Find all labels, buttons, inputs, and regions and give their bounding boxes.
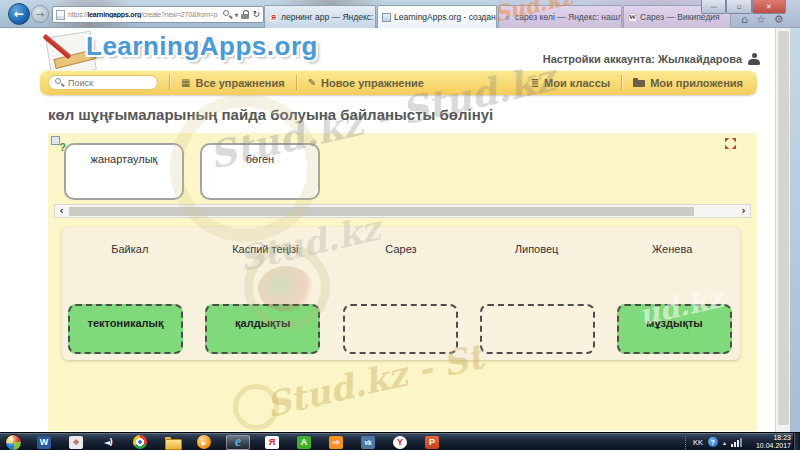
chrome-icon[interactable] xyxy=(130,435,150,450)
start-button[interactable] xyxy=(5,434,22,450)
category-label: Липовец xyxy=(469,243,605,255)
account-settings-link[interactable]: Настройки аккаунта: Жылкайдарова xyxy=(440,53,760,65)
language-indicator[interactable]: KK xyxy=(693,438,703,447)
scroll-left-icon[interactable]: ‹ xyxy=(55,205,68,217)
window-controls: — ▫ ✕ xyxy=(701,0,786,14)
media-player-icon[interactable]: ▶ xyxy=(194,435,214,450)
tab-bar: Я лернинг арр — Яндекс: нашл... Learning… xyxy=(264,5,731,28)
main-navigation: ▦ Все упражнения ✎ Новое упражнение ≣ Мо… xyxy=(40,70,757,95)
site-logo[interactable]: LearningApps.org xyxy=(86,31,318,62)
horizontal-scrollbar[interactable]: ‹ › xyxy=(54,204,751,218)
nav-my-apps[interactable]: Мои приложения xyxy=(633,77,743,89)
nav-label: Новое упражнение xyxy=(321,77,424,89)
forward-button[interactable]: → xyxy=(31,5,49,23)
internet-explorer-icon[interactable]: e xyxy=(226,435,250,450)
answer-slot[interactable] xyxy=(480,304,595,354)
divider xyxy=(169,75,170,90)
nav-new-exercise[interactable]: ✎ Новое упражнение xyxy=(308,77,424,89)
url-text: https://learningapps.org/create?new=270&… xyxy=(68,11,220,18)
scroll-right-icon[interactable]: › xyxy=(737,205,750,217)
show-desktop-button[interactable] xyxy=(793,433,800,450)
scrollbar-thumb[interactable] xyxy=(778,31,789,425)
learningapps-favicon xyxy=(382,13,391,22)
user-icon xyxy=(748,53,760,65)
answer-slot[interactable]: қалдықты xyxy=(205,304,320,354)
scrollbar-thumb[interactable] xyxy=(69,207,694,216)
category-row: Байкал Каспий теңізі Сарез Липовец Женев… xyxy=(62,227,740,255)
category-label: Женева xyxy=(604,243,740,255)
maximize-button[interactable]: ▫ xyxy=(726,0,752,14)
yandex-icon[interactable]: Я xyxy=(262,435,282,450)
hidden-icons-arrow[interactable]: ▴ xyxy=(723,439,726,446)
fullscreen-icon[interactable] xyxy=(724,136,737,149)
back-button[interactable]: ← xyxy=(8,3,30,25)
list-icon: ≣ xyxy=(531,77,539,88)
draggable-card[interactable]: бөген xyxy=(200,143,320,200)
folder-icon xyxy=(633,78,645,87)
clock[interactable]: 18:23 10.04.2017 xyxy=(756,434,791,450)
nav-label: Мои приложения xyxy=(650,77,743,89)
tab-label: LearningApps.org - создан... xyxy=(394,12,497,22)
date: 10.04.2017 xyxy=(756,442,791,450)
tab-learningapps[interactable]: LearningApps.org - создан... × xyxy=(377,5,497,28)
exercise-frame: ? жанартаулық бөген ‹ › Байкал Каспий те… xyxy=(48,133,757,431)
answer-row: тектоникалық қалдықты мұздықты xyxy=(68,304,732,354)
divider xyxy=(296,75,297,90)
search-icon xyxy=(55,78,64,87)
tray-grip xyxy=(685,436,688,449)
tab-yandex-search-2[interactable]: e сарез көлі — Яндекс: нашлос... xyxy=(498,5,622,28)
page-icon xyxy=(56,10,65,20)
tab-label: лернинг арр — Яндекс: нашл... xyxy=(281,12,376,22)
nav-all-exercises[interactable]: ▦ Все упражнения xyxy=(181,77,285,89)
address-bar[interactable]: https://learningapps.org/create?new=270&… xyxy=(52,6,264,23)
time: 18:23 xyxy=(756,434,791,442)
category-label: Байкал xyxy=(62,243,198,255)
matching-panel: Байкал Каспий теңізі Сарез Липовец Женев… xyxy=(62,227,740,360)
odnoklassniki-icon[interactable]: ok xyxy=(326,435,346,450)
search-input[interactable] xyxy=(68,78,151,88)
nav-label: Мои классы xyxy=(544,77,610,89)
yandex-favicon: Я xyxy=(269,13,278,22)
search-box[interactable] xyxy=(48,75,158,90)
search-icon[interactable] xyxy=(223,10,232,19)
draggable-card[interactable]: жанартаулық xyxy=(64,143,184,200)
window-border xyxy=(790,28,800,432)
account-label: Настройки аккаунта: Жылкайдарова xyxy=(543,53,742,65)
refresh-icon[interactable]: ↻ xyxy=(252,10,260,19)
tab-yandex-search-1[interactable]: Я лернинг арр — Яндекс: нашл... xyxy=(264,5,376,28)
tray-help-icon[interactable]: ? xyxy=(708,437,718,447)
image-viewer-icon[interactable]: ❖ xyxy=(66,435,86,450)
divider xyxy=(621,75,622,90)
yandex-browser-icon[interactable]: Y xyxy=(390,435,410,450)
browser-chrome: ← → https://learningapps.org/create?new=… xyxy=(0,0,800,28)
file-explorer-icon[interactable] xyxy=(162,435,182,450)
answer-slot[interactable]: тектоникалық xyxy=(68,304,183,354)
vertical-scrollbar[interactable] xyxy=(775,28,790,432)
minimize-button[interactable]: — xyxy=(701,0,726,14)
nav-label: Все упражнения xyxy=(195,77,284,89)
tab-label: сарез көлі — Яндекс: нашлос... xyxy=(515,12,622,22)
exercise-title: көл шұңғымаларының пайда болуына байланы… xyxy=(48,106,493,123)
app-a-icon[interactable]: A xyxy=(294,435,314,450)
taskbar: W ❖ ◄) ▶ e Я A ok vk Y P KK ? ▴ 18:23 10… xyxy=(0,432,800,450)
vk-icon[interactable]: vk xyxy=(358,435,378,450)
category-label: Каспий теңізі xyxy=(198,243,334,255)
pencil-icon: ✎ xyxy=(308,77,316,88)
settings-gear-icon[interactable]: ⚙ xyxy=(774,14,784,26)
nav-my-classes[interactable]: ≣ Мои классы xyxy=(531,77,610,89)
dropdown-icon[interactable]: ▼ xyxy=(235,12,239,18)
wikipedia-favicon: W xyxy=(628,13,637,22)
close-button[interactable]: ✕ xyxy=(752,0,786,14)
answer-slot[interactable]: мұздықты xyxy=(617,304,732,354)
favorites-star-icon[interactable]: ☆ xyxy=(756,14,766,26)
ie-favicon: e xyxy=(503,13,512,22)
powerpoint-icon[interactable]: P xyxy=(422,435,442,450)
system-tray: KK ? ▴ xyxy=(685,433,742,450)
word-icon[interactable]: W xyxy=(34,435,54,450)
answer-slot[interactable] xyxy=(343,304,458,354)
category-label: Сарез xyxy=(333,243,469,255)
network-signal-icon[interactable] xyxy=(731,438,742,447)
volume-icon[interactable]: ◄) xyxy=(98,435,118,450)
grid-icon: ▦ xyxy=(181,77,190,88)
home-icon[interactable]: ⌂ xyxy=(741,14,748,26)
